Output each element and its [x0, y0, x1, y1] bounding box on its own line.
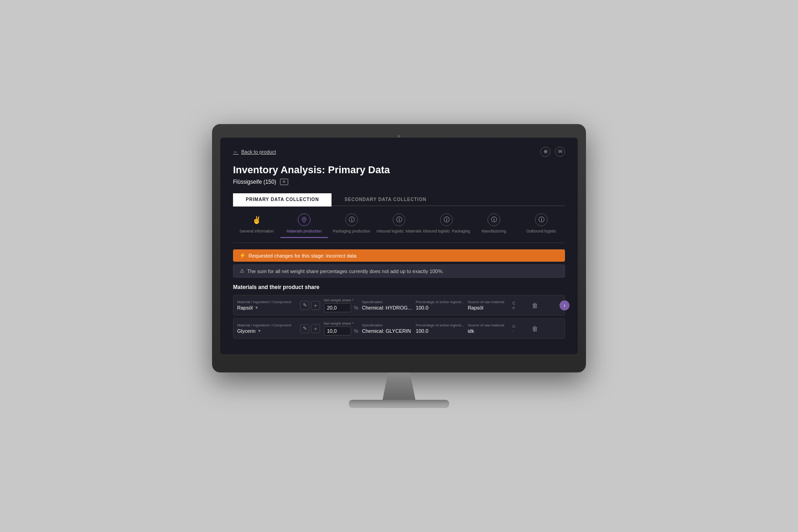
alert-orange-text: Requested changes for this stage: incorr…: [249, 253, 357, 258]
src-field-glycerin: Source of raw material idk: [468, 323, 509, 334]
alert-dark: ⚠ The sum for all net weight share perce…: [233, 264, 565, 278]
tab-secondary-label: SECONDARY DATA COLLECTION: [344, 197, 426, 202]
alert-dark-text: The sum for all net weight share percent…: [247, 269, 444, 274]
product-name: Flüssigseife (150): [233, 179, 276, 185]
stage-packaging[interactable]: ⓘ Packaging production: [328, 213, 375, 238]
inbound-pkg-icon: ⓘ: [440, 213, 453, 226]
net-weight-unit-rapsol: %: [354, 305, 358, 312]
component-label-rapsol: Material / Ingredient / Component: [237, 300, 296, 304]
src-value-glycerin: idk: [468, 328, 509, 334]
chat-icon-button[interactable]: ✉: [555, 147, 565, 157]
dropdown-arrow-glycerin: ▼: [257, 329, 261, 333]
product-copy-icon: ⧉: [283, 180, 285, 184]
camera-dot: [398, 135, 400, 138]
alert-dark-icon: ⚠: [240, 268, 244, 274]
pct-field-rapsol: Percentage of active ingredi... 100.0: [416, 300, 464, 310]
spec-label-rapsol: Specification: [362, 300, 412, 304]
monitor-stand-base: [349, 400, 449, 408]
back-label: Back to product: [241, 149, 276, 155]
inbound-mat-label: Inbound logistic: Materials: [377, 229, 421, 233]
src-value-rapsol: Rapsöl: [468, 305, 509, 310]
alert-orange: ⚡ Requested changes for this stage: inco…: [233, 249, 565, 262]
monitor-stand-neck: [372, 372, 426, 400]
add-btn-glycerin[interactable]: +: [311, 324, 320, 333]
net-weight-field-glycerin: Net weight share * %: [324, 321, 358, 336]
manufacturing-label: Manufacturing: [482, 229, 506, 233]
page-title: Inventory Analysis: Primary Data: [233, 164, 565, 176]
stage-outbound[interactable]: ⓘ Outbound logistic: [518, 213, 565, 238]
inbound-mat-icon: ⓘ: [393, 213, 405, 226]
inbound-pkg-label: Inbound logistic: Packaging: [423, 229, 470, 233]
dropdown-arrow-rapsol: ▼: [254, 305, 259, 310]
svg-point-0: [303, 218, 305, 220]
stage-inbound-mat[interactable]: ⓘ Inbound logistic: Materials: [375, 213, 423, 238]
outbound-icon: ⓘ: [535, 213, 548, 226]
component-field-rapsol: Material / Ingredient / Component Rapsöl…: [237, 300, 296, 310]
packaging-label: Packaging production: [333, 229, 370, 233]
net-weight-label-rapsol: Net weight share *: [324, 298, 358, 302]
spec-field-rapsol: Specification Chemical: HYDROG...: [362, 300, 412, 310]
add-btn-rapsol[interactable]: +: [311, 301, 320, 310]
screen-content: ← Back to product ⊕ ✉ Inventory Analysis…: [220, 138, 578, 355]
src-label-glycerin: Source of raw material: [468, 323, 509, 327]
pct-value-rapsol: 100.0: [416, 305, 464, 310]
delete-btn-rapsol[interactable]: 🗑: [530, 302, 540, 309]
main-tabs: PRIMARY DATA COLLECTION SECONDARY DATA C…: [233, 193, 565, 207]
net-weight-unit-glycerin: %: [354, 328, 358, 336]
edit-btn-glycerin[interactable]: ✎: [300, 324, 309, 333]
monitor: ← Back to product ⊕ ✉ Inventory Analysis…: [212, 124, 586, 408]
next-btn-rapsol[interactable]: ›: [560, 300, 570, 310]
component-label-glycerin: Material / Ingredient / Component: [237, 323, 296, 327]
materials-section-title: Materials and their product share: [233, 284, 565, 290]
src-label-rapsol: Source of raw material: [468, 300, 509, 304]
stage-general[interactable]: ✌️ General information: [233, 213, 280, 238]
materials-label: Materials production: [287, 229, 322, 233]
stage-inbound-pkg[interactable]: ⓘ Inbound logistic: Packaging: [423, 213, 470, 238]
pct-label-glycerin: Percentage of active ingredi...: [416, 323, 464, 327]
tab-primary-data[interactable]: PRIMARY DATA COLLECTION: [233, 193, 332, 207]
search-icon: ⊕: [544, 149, 548, 155]
net-weight-field-rapsol: Net weight share * %: [324, 298, 358, 312]
delete-btn-glycerin[interactable]: 🗑: [530, 325, 540, 332]
packaging-icon: ⓘ: [345, 213, 358, 226]
spec-label-glycerin: Specification: [362, 323, 412, 327]
material-actions-rapsol: ✎ +: [300, 301, 320, 310]
stage-steps: ✌️ General information Materials product…: [233, 213, 565, 243]
src-field-rapsol: Source of raw material Rapsöl: [468, 300, 509, 310]
material-row-glycerin: Material / Ingredient / Component Glycer…: [233, 318, 565, 339]
product-subtitle: Flüssigseife (150) ⧉: [233, 179, 565, 185]
component-dropdown-glycerin[interactable]: Glycerin ▼: [237, 328, 296, 334]
tab-secondary-data[interactable]: SECONDARY DATA COLLECTION: [332, 193, 439, 207]
product-icon[interactable]: ⧉: [280, 179, 288, 185]
monitor-screen: ← Back to product ⊕ ✉ Inventory Analysis…: [220, 138, 578, 355]
net-weight-input-glycerin[interactable]: [324, 326, 351, 336]
edit-btn-rapsol[interactable]: ✎: [300, 301, 309, 310]
extra-field-rapsol: C o: [513, 301, 526, 310]
net-weight-input-rapsol[interactable]: [324, 303, 351, 312]
pct-label-rapsol: Percentage of active ingredi...: [416, 300, 464, 304]
outbound-label: Outbound logistic: [526, 229, 556, 233]
materials-icon: [298, 213, 311, 226]
alert-orange-icon: ⚡: [239, 253, 246, 258]
tab-primary-label: PRIMARY DATA COLLECTION: [246, 197, 319, 202]
chat-icon: ✉: [558, 149, 562, 155]
net-weight-label-glycerin: Net weight share *: [324, 321, 358, 325]
pct-value-glycerin: 100.0: [416, 328, 464, 334]
spec-field-glycerin: Specification Chemical: GLYCERIN: [362, 323, 412, 334]
component-field-glycerin: Material / Ingredient / Component Glycer…: [237, 323, 296, 334]
extra-field-glycerin: C -: [513, 324, 526, 333]
material-actions-glycerin: ✎ +: [300, 324, 320, 333]
material-row-rapsol: Material / Ingredient / Component Rapsöl…: [233, 295, 565, 315]
manufacturing-icon: ⓘ: [487, 213, 500, 226]
component-dropdown-rapsol[interactable]: Rapsöl ▼: [237, 305, 296, 310]
general-icon: ✌️: [250, 213, 263, 226]
component-value-rapsol: Rapsöl: [237, 305, 253, 310]
search-icon-button[interactable]: ⊕: [540, 147, 550, 157]
back-to-product-link[interactable]: ← Back to product: [233, 149, 276, 155]
topbar: ← Back to product ⊕ ✉: [233, 147, 565, 157]
component-value-glycerin: Glycerin: [237, 328, 255, 334]
stage-manufacturing[interactable]: ⓘ Manufacturing: [470, 213, 518, 238]
back-arrow-icon: ←: [233, 149, 238, 155]
spec-value-rapsol: Chemical: HYDROG...: [362, 305, 412, 310]
stage-materials[interactable]: Materials production: [280, 213, 328, 238]
